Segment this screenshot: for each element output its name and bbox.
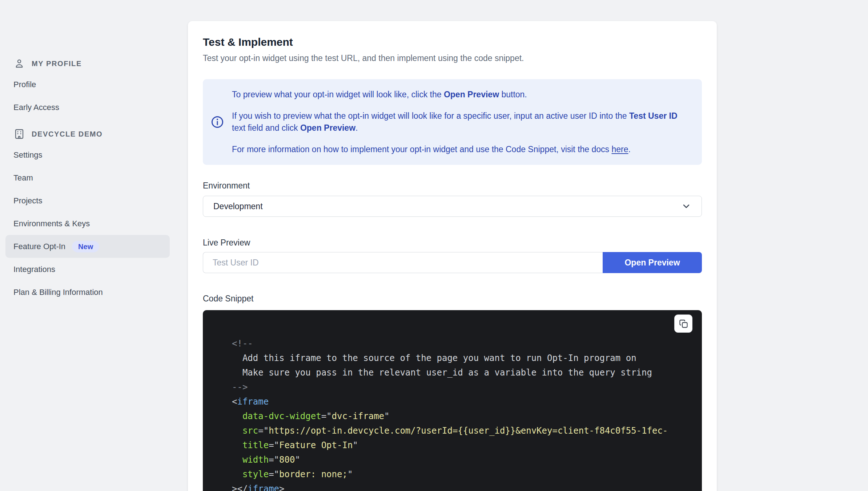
sidebar-item-feature-opt-in[interactable]: Feature Opt-InNew <box>5 235 170 258</box>
info-paragraph: If you wish to preview what the opt-in w… <box>232 110 691 134</box>
sidebar-item-label: Integrations <box>13 265 55 274</box>
code-line: ></iframe> <box>232 482 702 491</box>
sidebar-item-label: Feature Opt-In <box>13 242 65 251</box>
live-preview-row: Open Preview <box>203 252 702 273</box>
section-header-devcycle-demo: DEVCYCLE DEMO <box>5 127 170 141</box>
page-title: Test & Implement <box>203 36 702 49</box>
sidebar-item-projects[interactable]: Projects <box>5 189 170 212</box>
sidebar-item-environments-keys[interactable]: Environments & Keys <box>5 212 170 235</box>
code-line: --> <box>232 380 702 394</box>
open-preview-button[interactable]: Open Preview <box>603 252 702 273</box>
sidebar-item-early-access[interactable]: Early Access <box>5 96 170 119</box>
building-icon <box>13 128 25 140</box>
code-line: width="800" <box>232 453 702 467</box>
sidebar-item-integrations[interactable]: Integrations <box>5 258 170 281</box>
copy-icon <box>679 319 688 329</box>
sidebar-item-plan-billing-information[interactable]: Plan & Billing Information <box>5 281 170 304</box>
code-block: <!-- Add this iframe to the source of th… <box>203 310 702 491</box>
section-label: DEVCYCLE DEMO <box>32 130 103 138</box>
info-paragraph: For more information on how to implement… <box>232 143 691 155</box>
sidebar-item-label: Early Access <box>13 103 59 112</box>
sidebar-item-team[interactable]: Team <box>5 166 170 189</box>
sidebar-item-profile[interactable]: Profile <box>5 73 170 96</box>
sidebar-item-label: Settings <box>13 150 43 160</box>
code-line: data-dvc-widget="dvc-iframe" <box>232 409 702 423</box>
code-snippet-block: <!-- Add this iframe to the source of th… <box>203 310 702 491</box>
sidebar-item-label: Plan & Billing Information <box>13 288 103 297</box>
new-badge: New <box>72 241 99 252</box>
sidebar-item-label: Environments & Keys <box>13 219 90 228</box>
info-paragraphs: To preview what your opt-in widget will … <box>232 89 691 155</box>
code-line: Make sure you pass in the relevant user_… <box>232 365 702 380</box>
live-preview-label: Live Preview <box>203 238 702 248</box>
test-user-id-input[interactable] <box>203 252 603 273</box>
environment-selected-value: Development <box>213 202 263 211</box>
code-line: style="border: none;" <box>232 467 702 482</box>
sidebar-nav: MY PROFILEProfileEarly AccessDEVCYCLE DE… <box>5 56 170 304</box>
info-paragraph: To preview what your opt-in widget will … <box>232 89 691 101</box>
code-line: <!-- <box>232 336 702 351</box>
code-line: <iframe <box>232 394 702 409</box>
page-subtitle: Test your opt-in widget using the test U… <box>203 53 702 63</box>
info-box: To preview what your opt-in widget will … <box>203 79 702 165</box>
code-snippet-label: Code Snippet <box>203 294 702 304</box>
user-icon <box>13 58 25 69</box>
code-line: src="https://opt-in.devcycle.com/?userId… <box>232 423 702 438</box>
environment-label: Environment <box>203 181 702 191</box>
copy-code-button[interactable] <box>674 315 692 333</box>
main-card: Test & Implement Test your opt-in widget… <box>188 21 717 491</box>
code-line: Add this iframe to the source of the pag… <box>232 351 702 365</box>
sidebar-item-label: Profile <box>13 80 36 89</box>
info-icon <box>210 115 224 129</box>
sidebar-item-settings[interactable]: Settings <box>5 143 170 166</box>
code-line: title="Feature Opt-In" <box>232 438 702 453</box>
section-label: MY PROFILE <box>32 60 82 68</box>
sidebar-item-label: Projects <box>13 196 42 206</box>
docs-here-link[interactable]: here <box>612 145 628 154</box>
environment-select[interactable]: Development <box>203 196 702 217</box>
section-header-my-profile: MY PROFILE <box>5 56 170 71</box>
sidebar-item-label: Team <box>13 173 33 183</box>
chevron-down-icon <box>681 201 691 211</box>
